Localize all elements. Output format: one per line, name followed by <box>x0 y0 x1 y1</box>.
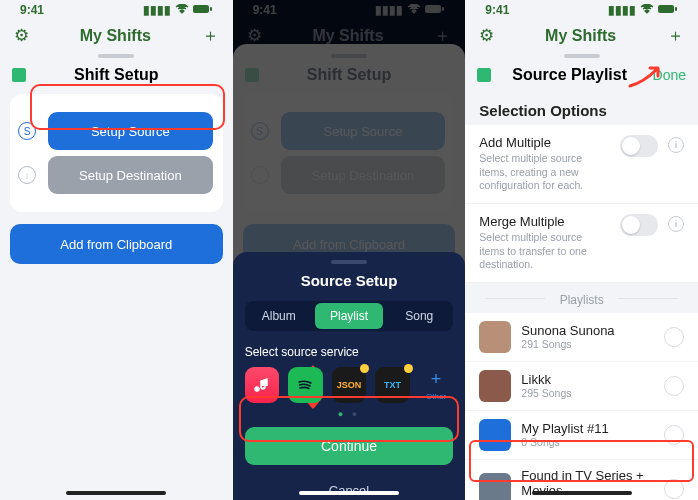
nav-title: My Shifts <box>80 27 151 45</box>
service-apple-music[interactable] <box>245 367 280 403</box>
sheet-header: Shift Setup <box>0 66 233 94</box>
playlists-divider: Playlists <box>465 283 698 313</box>
add-from-clipboard-button[interactable]: Add from Clipboard <box>10 224 223 264</box>
destination-step-icon: ↓ <box>18 166 36 184</box>
screen-1: 9:41 ▮▮▮▮ ⚙ My Shifts ＋ Shift Setup <box>0 0 233 500</box>
sheet-grabber[interactable] <box>331 260 367 264</box>
settings-icon[interactable]: ⚙ <box>479 25 494 46</box>
sheet-icon <box>477 68 491 82</box>
sheet-grabber[interactable] <box>564 54 600 58</box>
status-time: 9:41 <box>20 3 44 17</box>
status-time: 9:41 <box>485 3 509 17</box>
settings-icon[interactable]: ⚙ <box>247 25 262 46</box>
checkbox[interactable] <box>664 376 684 396</box>
status-time: 9:41 <box>253 3 277 17</box>
playlist-count: 0 Songs <box>521 436 654 448</box>
info-icon[interactable]: i <box>668 216 684 232</box>
page-dots: ● ● <box>245 409 454 419</box>
playlist-row[interactable]: My Playlist #110 Songs <box>465 411 698 460</box>
add-multiple-toggle[interactable] <box>620 135 658 157</box>
continue-button[interactable]: Continue <box>245 427 454 465</box>
status-indicators: ▮▮▮▮ <box>608 3 678 17</box>
setup-card: S Setup Source ↓ Setup Destination <box>10 94 223 212</box>
settings-icon[interactable]: ⚙ <box>14 25 29 46</box>
playlist-art <box>479 419 511 451</box>
checkbox[interactable] <box>664 479 684 499</box>
arrow-annotation <box>626 64 666 90</box>
setup-card-dimmed: SSetup Source ↓Setup Destination <box>243 94 456 212</box>
sheet-header: Shift Setup <box>233 66 466 94</box>
badge-icon <box>404 364 413 373</box>
checkbox[interactable] <box>664 327 684 347</box>
service-other[interactable]: +Other <box>419 367 454 403</box>
nav-title: My Shifts <box>545 27 616 45</box>
svg-rect-1 <box>210 7 212 11</box>
playlist-art <box>479 321 511 353</box>
sheet-icon <box>12 68 26 82</box>
service-list: JSON TXT +Other <box>245 367 454 403</box>
service-spotify[interactable] <box>288 367 323 403</box>
info-icon[interactable]: i <box>668 137 684 153</box>
signal-icon: ▮▮▮▮ <box>143 3 171 17</box>
setup-destination-button[interactable]: Setup Destination <box>48 156 213 194</box>
setup-source-row: S Setup Source <box>20 112 213 150</box>
source-setup-title: Source Setup <box>245 272 454 289</box>
playlist-name: Likkk <box>521 372 654 387</box>
playlist-row[interactable]: Sunona Sunona291 Songs <box>465 313 698 362</box>
merge-multiple-toggle[interactable] <box>620 214 658 236</box>
playlist-name: Sunona Sunona <box>521 323 654 338</box>
svg-rect-5 <box>658 5 674 13</box>
cancel-button[interactable]: Cancel <box>245 471 454 500</box>
svg-rect-3 <box>442 7 444 11</box>
setup-destination-row: ↓ Setup Destination <box>20 156 213 194</box>
shift-setup-sheet: Shift Setup S Setup Source ↓ Setup Desti… <box>0 44 233 500</box>
segment-album[interactable]: Album <box>245 301 313 331</box>
playlist-count: 295 Songs <box>521 387 654 399</box>
source-setup-sheet: Source Setup Album Playlist Song Select … <box>233 252 466 500</box>
sheet-icon <box>245 68 259 82</box>
segment-playlist[interactable]: Playlist <box>315 303 383 329</box>
playlist-art <box>479 370 511 402</box>
svg-rect-0 <box>193 5 209 13</box>
source-playlist-sheet: Source Playlist Done Selection Options A… <box>465 44 698 500</box>
selection-options-header: Selection Options <box>465 94 698 125</box>
service-json[interactable]: JSON <box>332 367 367 403</box>
add-multiple-option: Add Multiple Select multiple source item… <box>465 125 698 204</box>
badge-icon <box>360 364 369 373</box>
status-indicators: ▮▮▮▮ <box>143 3 213 17</box>
sheet-grabber[interactable] <box>98 54 134 58</box>
screen-3: 9:41 ▮▮▮▮ ⚙ My Shifts ＋ Source Playlist … <box>465 0 698 500</box>
playlist-count: 291 Songs <box>521 338 654 350</box>
status-bar: 9:41 ▮▮▮▮ <box>233 0 466 20</box>
playlist-art <box>479 473 511 500</box>
home-indicator[interactable] <box>66 491 166 495</box>
option-subtitle: Select multiple source items, creating a… <box>479 152 610 193</box>
wifi-icon <box>640 3 654 17</box>
home-indicator[interactable] <box>532 491 632 495</box>
sheet-title: Shift Setup <box>26 66 207 84</box>
merge-multiple-option: Merge Multiple Select multiple source it… <box>465 204 698 283</box>
checkbox[interactable] <box>664 425 684 445</box>
status-bar: 9:41 ▮▮▮▮ <box>465 0 698 20</box>
playlists-list: Sunona Sunona291 SongsLikkk295 SongsMy P… <box>465 313 698 500</box>
option-title: Merge Multiple <box>479 214 610 229</box>
home-indicator[interactable] <box>299 491 399 495</box>
option-subtitle: Select multiple source items to transfer… <box>479 231 610 272</box>
wifi-icon <box>407 3 421 17</box>
signal-icon: ▮▮▮▮ <box>608 3 636 17</box>
svg-rect-2 <box>425 5 441 13</box>
segment-song[interactable]: Song <box>385 301 453 331</box>
signal-icon: ▮▮▮▮ <box>375 3 403 17</box>
status-indicators: ▮▮▮▮ <box>375 3 445 17</box>
battery-icon <box>658 3 678 17</box>
playlist-row[interactable]: Likkk295 Songs <box>465 362 698 411</box>
wifi-icon <box>175 3 189 17</box>
battery-icon <box>193 3 213 17</box>
nav-title: My Shifts <box>312 27 383 45</box>
playlist-name: My Playlist #11 <box>521 421 654 436</box>
service-txt[interactable]: TXT <box>375 367 410 403</box>
setup-source-button[interactable]: Setup Source <box>48 112 213 150</box>
option-title: Add Multiple <box>479 135 610 150</box>
select-service-label: Select source service <box>245 345 454 359</box>
type-segment[interactable]: Album Playlist Song <box>245 301 454 331</box>
